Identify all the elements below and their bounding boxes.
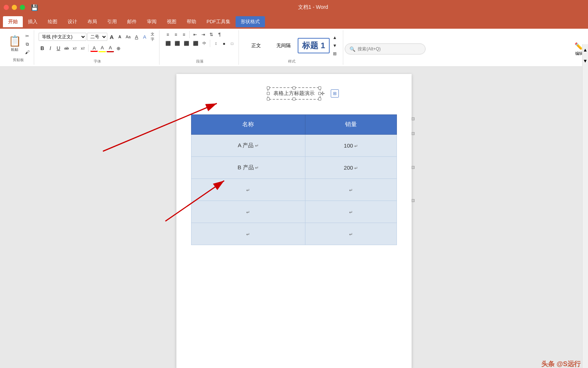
scroll-down[interactable]: ▼ [582,55,588,66]
caption-text: 表格上方标题演示 [273,90,315,96]
clipboard-group: 📋 粘贴 ✂ ⧉ 🖌 剪贴板 [3,30,34,65]
text-color-button[interactable]: A [90,45,98,52]
copy-button[interactable]: ⧉ [24,40,31,48]
table-resize-handle[interactable] [412,117,415,120]
tab-draw[interactable]: 绘图 [43,16,62,27]
handle-bc [293,98,295,100]
align-center-button[interactable]: ⬛ [173,40,182,47]
table-resize-handle[interactable] [412,132,415,135]
font-size-dropdown[interactable]: 二号 [87,33,107,41]
clipboard-side: ✂ ⧉ 🖌 [24,31,31,56]
styles-scroll-down[interactable]: ▼ [331,42,338,49]
style-heading1[interactable]: 标题 1 [298,38,329,53]
handle-tc [293,86,295,89]
handle-tr [318,86,321,89]
table-row: ↵ ↵ [191,179,397,201]
strikethrough-button[interactable]: ab [63,45,70,52]
style-heading1-label: 标题 1 [302,40,325,51]
maximize-button[interactable] [20,5,25,10]
chinese-align-button[interactable]: 中 [201,40,208,47]
tab-mail[interactable]: 邮件 [122,16,142,27]
table-cell[interactable]: ↵ [305,223,397,245]
search-bar[interactable]: 🔍 [345,43,426,54]
change-case-button[interactable]: Aa [124,33,132,40]
table-row: ↵ ↵ [191,223,397,245]
style-normal[interactable]: 正文 [243,40,269,51]
format-paint-button[interactable]: 🖌 [24,49,31,56]
table-resize-handle[interactable] [412,199,415,202]
decrease-indent-button[interactable]: ⇤ [191,31,199,38]
table-cell[interactable]: ↵ [191,179,305,201]
toolbar: 📋 粘贴 ✂ ⧉ 🖌 剪贴板 等线 (中文正文) 二号 A A [0,29,588,67]
align-right-button[interactable]: ⬛ [182,40,191,47]
styles-expand[interactable]: ⊞ [331,50,338,57]
tab-home[interactable]: 开始 [3,16,23,27]
tab-view[interactable]: 视图 [162,16,182,27]
table-cell[interactable]: ↵ [305,179,397,201]
close-button[interactable] [4,5,9,10]
document-title: 文档1 - Word [42,4,584,11]
line-spacing-button[interactable]: ↕ [212,40,219,47]
tab-design[interactable]: 设计 [62,16,82,27]
position-icon[interactable]: ⊞ [331,89,339,98]
table-cell[interactable]: 100 ↵ [305,135,397,157]
numbered-list-button[interactable]: ≡ [172,31,179,38]
paste-button[interactable]: 📋 粘贴 [6,31,24,56]
subscript-button[interactable]: x2 [71,45,78,52]
font-color-button[interactable]: A [107,44,114,52]
tab-pdf[interactable]: PDF工具集 [201,16,236,27]
search-input[interactable] [358,46,416,52]
paste-icon: 📋 [8,35,21,47]
grow-font-button[interactable]: A [108,33,115,41]
borders-button[interactable]: □ [228,40,236,47]
clear-format-button[interactable]: A [133,33,140,40]
tab-shapeformat[interactable]: 形状格式 [236,16,265,27]
minimize-button[interactable] [12,5,17,10]
superscript-button[interactable]: x2 [79,45,86,52]
table-cell[interactable]: ↵ [191,201,305,223]
ribbon-tabs: 开始 插入 绘图 设计 布局 引用 邮件 审阅 视图 帮助 PDF工具集 形状格… [0,15,588,29]
table-cell[interactable]: ↵ [305,201,397,223]
scroll-up[interactable]: ▲ [582,44,588,55]
save-icon[interactable]: 💾 [31,4,38,11]
paragraph-label: 段落 [164,57,236,64]
right-scrollbar[interactable]: ▲ ▼ [582,44,588,368]
show-para-button[interactable]: ¶ [216,31,223,38]
font-name-dropdown[interactable]: 等线 (中文正文) [39,33,86,41]
justify-button[interactable]: ⬛ [191,40,200,47]
tab-layout[interactable]: 布局 [82,16,102,27]
table-cell[interactable]: 200 ↵ [305,157,397,179]
tab-review[interactable]: 审阅 [142,16,162,27]
cut-button[interactable]: ✂ [24,32,31,40]
phonetic-button[interactable]: 文字 [149,31,156,43]
document-table: 名称 销量 A 产品 ↵ 100 ↵ [191,114,397,245]
tab-references[interactable]: 引用 [102,16,122,27]
italic-button[interactable]: I [47,45,54,52]
styles-scroll-up[interactable]: ▲ [331,34,338,41]
title-bar: 💾 文档1 - Word [0,0,588,15]
shading-button[interactable]: ⊕ [115,45,122,52]
table-cell[interactable]: B 产品 ↵ [191,157,305,179]
increase-indent-button[interactable]: ⇥ [200,31,207,38]
para-shading-button[interactable]: ■ [220,40,227,47]
text-effects-button[interactable]: A [141,33,148,40]
bold-button[interactable]: B [39,45,46,52]
multilevel-list-button[interactable]: ≡ [180,31,187,38]
table-row: B 产品 ↵ 200 ↵ [191,157,397,179]
tab-insert[interactable]: 插入 [23,16,43,27]
highlight-color-button[interactable]: A [98,44,106,52]
underline-button[interactable]: U [55,45,62,52]
tab-help[interactable]: 帮助 [182,16,201,27]
style-normal-label: 正文 [248,42,265,49]
sort-button[interactable]: ⇅ [208,31,215,38]
table-cell[interactable]: ↵ [191,223,305,245]
table-cell[interactable]: A 产品 ↵ [191,135,305,157]
style-nospace[interactable]: 无间隔 [270,40,296,51]
align-left-button[interactable]: ⬛ [164,40,172,47]
shrink-font-button[interactable]: A [116,33,123,40]
bullet-list-button[interactable]: ≡ [164,31,171,38]
caption-box[interactable]: 表格上方标题演示 ✛ ⊞ [268,87,320,100]
table-resize-handle[interactable] [412,166,415,169]
move-cursor-icon: ✛ [320,91,325,96]
table-header-col2: 销量 [305,115,397,135]
